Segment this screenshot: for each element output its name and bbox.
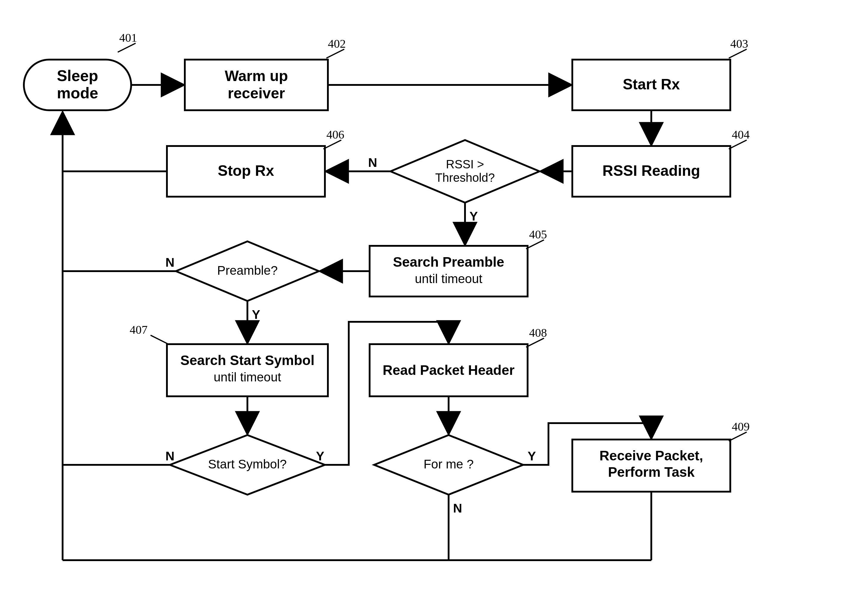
decision-for-me: For me ? [374,435,523,495]
text: RSSI Reading [602,163,700,179]
decision-rssi-threshold: RSSI > Threshold? [391,140,539,203]
ref-406: 406 [326,128,344,141]
node-sleep-mode: Sleep mode 401 [24,31,137,110]
text: For me ? [423,457,474,471]
ref-408: 408 [529,326,547,339]
label-y: Y [470,209,478,223]
text: Warm up [225,68,288,84]
label-y: Y [316,449,324,463]
text: Stop Rx [218,163,274,179]
node-search-preamble: Search Preamble until timeout 405 [370,228,547,296]
ref-409: 409 [732,420,750,433]
text: RSSI > [446,158,484,171]
node-stop-rx: Stop Rx 406 [167,128,344,197]
text: Start Rx [623,76,680,93]
label-n: N [166,449,174,463]
ref-402: 402 [328,37,346,50]
text: Search Start Symbol [180,353,315,368]
node-start-rx: Start Rx 403 [572,37,748,110]
text: mode [57,84,98,102]
node-read-packet-header: Read Packet Header 408 [370,326,547,396]
decision-preamble: Preamble? [176,242,319,301]
ref-407: 407 [130,323,147,336]
node-warm-up-receiver: Warm up receiver 402 [185,37,346,110]
ref-405: 405 [529,228,547,241]
label-n: N [453,501,462,515]
text: until timeout [214,370,281,384]
label-y: Y [252,308,260,322]
node-receive-packet: Receive Packet, Perform Task 409 [572,420,750,492]
node-search-start-symbol: Search Start Symbol until timeout 407 [130,323,328,396]
text: Search Preamble [393,254,504,269]
text: Preamble? [217,263,277,277]
label-y: Y [528,449,536,463]
ref-401: 401 [119,31,137,44]
text: Receive Packet, [600,448,703,463]
node-rssi-reading: RSSI Reading 404 [572,128,750,197]
label-n: N [368,156,377,170]
text: receiver [228,85,285,102]
text: Read Packet Header [383,362,515,378]
text: until timeout [415,272,483,286]
decision-start-symbol: Start Symbol? [170,435,325,495]
text: Sleep [57,67,98,84]
text: Perform Task [608,464,695,480]
ref-403: 403 [730,37,748,50]
svg-rect-6 [370,246,528,296]
text: Start Symbol? [208,457,287,471]
ref-404: 404 [732,128,750,141]
label-n: N [166,256,174,269]
flowchart: Sleep mode 401 Warm up receiver 402 Star… [0,0,868,604]
text: Threshold? [435,171,495,184]
